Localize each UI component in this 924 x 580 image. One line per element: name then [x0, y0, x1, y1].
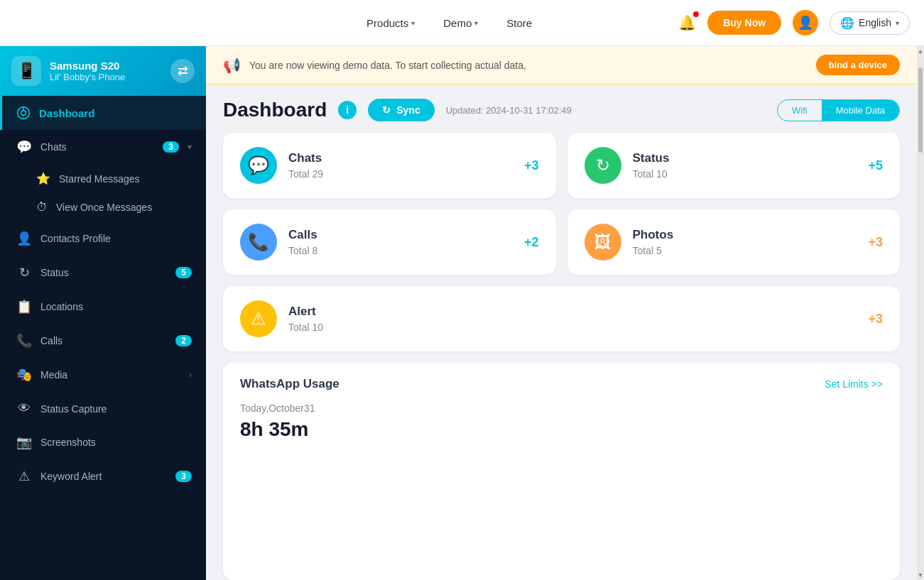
sidebar-item-status-capture[interactable]: 👁 Status Capture	[0, 392, 206, 425]
sync-icon: ↻	[382, 104, 391, 116]
photos-summary-card[interactable]: 🖼 Photos Total 5 +3	[567, 209, 901, 275]
contacts-label: Contacts Profile	[40, 233, 192, 244]
chats-label: Chats	[40, 141, 154, 153]
sidebar-item-chats[interactable]: 💬 Chats 3 ▾	[0, 130, 206, 164]
transfer-icon-button[interactable]: ⇄	[170, 59, 195, 83]
usage-card: WhatsApp Usage Set Limits >> Today,Octob…	[223, 363, 900, 580]
calls-badge: 2	[175, 335, 192, 346]
usage-time-value: 8h 35m	[240, 418, 883, 441]
contacts-icon: 👤	[16, 231, 32, 246]
status-card-info: Status Total 10	[633, 151, 857, 180]
summary-cards-grid: 💬 Chats Total 29 +3 ↻ Status	[223, 133, 900, 275]
status-capture-icon: 👁	[16, 401, 32, 416]
set-limits-link[interactable]: Set Limits >>	[825, 378, 883, 390]
nav-store[interactable]: Store	[506, 17, 532, 29]
photos-card-info: Photos Total 5	[633, 228, 857, 256]
alert-new-count: +3	[868, 312, 883, 327]
sync-button[interactable]: ↻ Sync	[368, 99, 434, 121]
sidebar-item-status[interactable]: ↻ Status 5	[0, 256, 206, 290]
transfer-icon: ⇄	[178, 63, 188, 79]
alert-card-total: Total 10	[288, 322, 857, 333]
chats-new-count: +3	[524, 158, 539, 173]
chats-summary-card[interactable]: 💬 Chats Total 29 +3	[223, 133, 556, 198]
chats-card-total: Total 29	[288, 168, 513, 180]
svg-point-1	[21, 111, 26, 116]
sidebar-item-media[interactable]: 🎭 Media ›	[0, 358, 206, 392]
locations-icon: 📋	[16, 299, 32, 314]
chats-card-name: Chats	[288, 151, 513, 165]
status-capture-label: Status Capture	[40, 403, 192, 415]
calls-card-total: Total 8	[288, 245, 513, 256]
sidebar-dashboard-label: Dashboard	[39, 107, 94, 119]
status-summary-card[interactable]: ↻ Status Total 10 +5	[567, 133, 901, 198]
scrollbar-thumb[interactable]	[918, 67, 923, 153]
media-label: Media	[40, 369, 180, 381]
sidebar-item-keyword-alert[interactable]: ⚠ Keyword Alert 3	[0, 459, 206, 493]
notification-badge	[693, 11, 699, 17]
locations-label: Locations	[40, 301, 192, 312]
status-card-total: Total 10	[633, 168, 857, 180]
calls-card-name: Calls	[288, 228, 513, 242]
info-button[interactable]: i	[338, 101, 357, 119]
chevron-down-icon: ▾	[474, 19, 478, 27]
calls-summary-card[interactable]: 📞 Calls Total 8 +2	[223, 209, 556, 275]
device-icon: 📱	[11, 56, 41, 86]
page-title: Dashboard	[223, 99, 327, 121]
cards-section: 💬 Chats Total 29 +3 ↻ Status	[206, 133, 917, 363]
usage-title: WhatsApp Usage	[240, 377, 339, 391]
chevron-right-icon: ›	[189, 370, 192, 380]
buy-now-button[interactable]: Buy Now	[707, 11, 781, 35]
usage-section: WhatsApp Usage Set Limits >> Today,Octob…	[206, 363, 917, 580]
wifi-mobile-toggle: Wifi Mobile Data	[777, 99, 900, 121]
nav-center-links: Products ▾ Demo ▾ Store	[220, 17, 678, 29]
notification-bell[interactable]: 🔔	[678, 14, 696, 31]
alert-card-icon: ⚠	[240, 300, 277, 337]
bind-device-button[interactable]: bind a device	[816, 55, 900, 75]
right-scrollbar[interactable]: ▲ ▼	[917, 46, 924, 580]
status-label: Status	[40, 267, 167, 278]
status-card-name: Status	[633, 151, 857, 165]
content-area: 📢 You are now viewing demo data. To star…	[206, 46, 917, 580]
sidebar-item-screenshots[interactable]: 📷 Screenshots	[0, 425, 206, 459]
photos-new-count: +3	[868, 235, 883, 250]
sidebar-item-locations[interactable]: 📋 Locations	[0, 290, 206, 324]
status-icon: ↻	[16, 265, 32, 280]
nav-products[interactable]: Products ▾	[366, 17, 415, 29]
view-once-icon: ⏱	[36, 201, 48, 214]
calls-card-icon: 📞	[240, 224, 277, 261]
calls-new-count: +2	[524, 235, 539, 250]
star-icon: ⭐	[36, 172, 50, 185]
chats-badge: 3	[163, 141, 179, 153]
chevron-down-icon: ▾	[896, 19, 899, 27]
scroll-down-arrow[interactable]: ▼	[918, 571, 924, 579]
megaphone-icon: 📢	[223, 57, 241, 74]
sidebar-item-dashboard[interactable]: Dashboard	[0, 96, 206, 130]
sidebar-item-starred-messages[interactable]: ⭐ Starred Messages	[0, 164, 206, 193]
sidebar-item-view-once-messages[interactable]: ⏱ View Once Messages	[0, 193, 206, 221]
media-icon: 🎭	[16, 367, 32, 383]
demo-banner: 📢 You are now viewing demo data. To star…	[206, 46, 917, 84]
user-avatar[interactable]: 👤	[793, 10, 818, 35]
language-selector[interactable]: 🌐 English ▾	[830, 11, 910, 35]
sidebar-item-contacts-profile[interactable]: 👤 Contacts Profile	[0, 221, 206, 256]
dashboard-icon	[16, 106, 31, 120]
mobile-data-toggle-button[interactable]: Mobile Data	[822, 100, 899, 121]
sidebar: 📱 Samsung S20 Lil' Bobby's Phone ⇄ Dashb…	[0, 46, 206, 580]
status-badge: 5	[175, 267, 192, 278]
banner-text: You are now viewing demo data. To start …	[249, 60, 808, 71]
calls-card-info: Calls Total 8	[288, 228, 513, 256]
alert-card-section: ⚠ Alert Total 10 +3	[223, 286, 900, 351]
alert-summary-card[interactable]: ⚠ Alert Total 10 +3	[223, 286, 900, 351]
sidebar-item-calls[interactable]: 📞 Calls 2	[0, 324, 206, 358]
scroll-up-arrow[interactable]: ▲	[918, 48, 924, 55]
starred-messages-label: Starred Messages	[59, 173, 140, 185]
chevron-down-icon: ▾	[187, 142, 192, 152]
alert-card-name: Alert	[288, 305, 857, 319]
calls-label: Calls	[40, 335, 167, 346]
nav-demo[interactable]: Demo ▾	[443, 17, 478, 29]
wifi-toggle-button[interactable]: Wifi	[778, 100, 822, 121]
usage-date: Today,October31	[240, 403, 883, 414]
top-navigation: Products ▾ Demo ▾ Store 🔔 Buy Now 👤 🌐 En…	[0, 0, 924, 46]
nav-right-actions: 🔔 Buy Now 👤 🌐 English ▾	[678, 10, 910, 35]
chevron-down-icon: ▾	[411, 19, 415, 27]
